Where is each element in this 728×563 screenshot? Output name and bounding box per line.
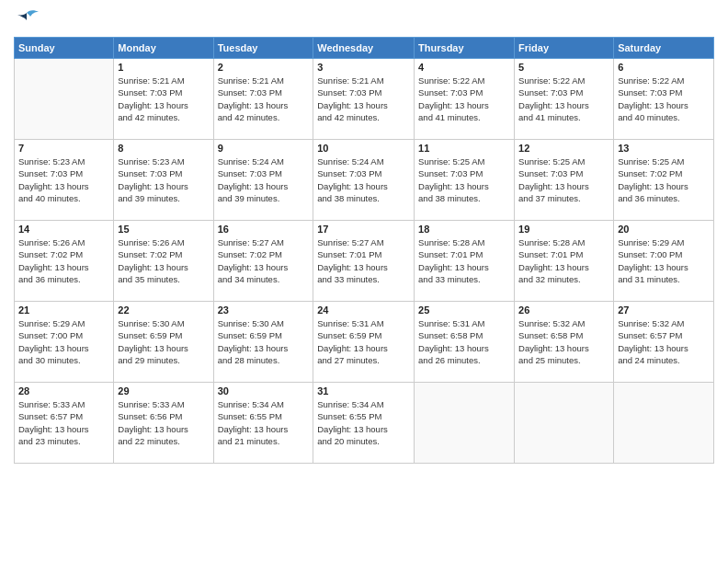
- calendar-cell: 11Sunrise: 5:25 AM Sunset: 7:03 PM Dayli…: [415, 140, 515, 221]
- calendar-week-row: 28Sunrise: 5:33 AM Sunset: 6:57 PM Dayli…: [15, 383, 714, 464]
- calendar-cell: 2Sunrise: 5:21 AM Sunset: 7:03 PM Daylig…: [213, 59, 313, 140]
- day-number: 11: [418, 143, 510, 154]
- day-info: Sunrise: 5:29 AM Sunset: 7:00 PM Dayligh…: [618, 236, 710, 285]
- calendar-cell: 23Sunrise: 5:30 AM Sunset: 6:59 PM Dayli…: [213, 302, 313, 383]
- calendar-cell: [614, 383, 714, 464]
- day-info: Sunrise: 5:33 AM Sunset: 6:57 PM Dayligh…: [18, 398, 109, 447]
- day-number: 3: [317, 62, 410, 73]
- calendar-cell: 3Sunrise: 5:21 AM Sunset: 7:03 PM Daylig…: [313, 59, 415, 140]
- weekday-header-sunday: Sunday: [15, 38, 114, 59]
- day-info: Sunrise: 5:31 AM Sunset: 6:58 PM Dayligh…: [418, 317, 510, 366]
- day-number: 26: [518, 304, 609, 316]
- day-number: 30: [218, 385, 310, 396]
- weekday-header-monday: Monday: [114, 38, 213, 59]
- calendar-cell: 7Sunrise: 5:23 AM Sunset: 7:03 PM Daylig…: [15, 140, 114, 221]
- day-info: Sunrise: 5:24 AM Sunset: 7:03 PM Dayligh…: [218, 155, 310, 204]
- day-number: 25: [418, 304, 510, 316]
- day-number: 23: [218, 304, 310, 316]
- day-number: 13: [618, 143, 710, 154]
- calendar-week-row: 1Sunrise: 5:21 AM Sunset: 7:03 PM Daylig…: [15, 59, 714, 140]
- day-number: 5: [518, 62, 609, 73]
- day-info: Sunrise: 5:28 AM Sunset: 7:01 PM Dayligh…: [418, 236, 510, 285]
- day-number: 6: [618, 62, 710, 73]
- day-number: 2: [218, 62, 310, 73]
- day-info: Sunrise: 5:25 AM Sunset: 7:02 PM Dayligh…: [618, 155, 710, 204]
- calendar-cell: 22Sunrise: 5:30 AM Sunset: 6:59 PM Dayli…: [114, 302, 213, 383]
- calendar-cell: 29Sunrise: 5:33 AM Sunset: 6:56 PM Dayli…: [114, 383, 213, 464]
- day-number: 27: [618, 304, 710, 316]
- day-number: 17: [317, 224, 410, 235]
- day-number: 8: [118, 143, 209, 154]
- calendar-cell: [515, 383, 614, 464]
- day-info: Sunrise: 5:32 AM Sunset: 6:57 PM Dayligh…: [618, 317, 710, 366]
- day-info: Sunrise: 5:26 AM Sunset: 7:02 PM Dayligh…: [118, 236, 209, 285]
- calendar-week-row: 7Sunrise: 5:23 AM Sunset: 7:03 PM Daylig…: [15, 140, 714, 221]
- day-info: Sunrise: 5:29 AM Sunset: 7:00 PM Dayligh…: [18, 317, 109, 366]
- day-info: Sunrise: 5:22 AM Sunset: 7:03 PM Dayligh…: [418, 75, 510, 123]
- calendar-week-row: 21Sunrise: 5:29 AM Sunset: 7:00 PM Dayli…: [15, 302, 714, 383]
- calendar-cell: 16Sunrise: 5:27 AM Sunset: 7:02 PM Dayli…: [213, 221, 313, 302]
- day-number: 20: [618, 224, 710, 235]
- calendar-cell: 4Sunrise: 5:22 AM Sunset: 7:03 PM Daylig…: [415, 59, 515, 140]
- day-number: 22: [118, 304, 209, 316]
- calendar-cell: 10Sunrise: 5:24 AM Sunset: 7:03 PM Dayli…: [313, 140, 415, 221]
- day-info: Sunrise: 5:33 AM Sunset: 6:56 PM Dayligh…: [118, 398, 209, 447]
- calendar-week-row: 14Sunrise: 5:26 AM Sunset: 7:02 PM Dayli…: [15, 221, 714, 302]
- day-number: 10: [317, 143, 410, 154]
- calendar-cell: 5Sunrise: 5:22 AM Sunset: 7:03 PM Daylig…: [515, 59, 614, 140]
- day-number: 7: [18, 143, 109, 154]
- logo-bird-icon: [14, 9, 40, 29]
- weekday-header-wednesday: Wednesday: [313, 38, 415, 59]
- calendar-cell: 9Sunrise: 5:24 AM Sunset: 7:03 PM Daylig…: [213, 140, 313, 221]
- day-number: 31: [317, 385, 410, 396]
- calendar-cell: [15, 59, 114, 140]
- day-info: Sunrise: 5:21 AM Sunset: 7:03 PM Dayligh…: [118, 75, 209, 123]
- calendar-cell: 19Sunrise: 5:28 AM Sunset: 7:01 PM Dayli…: [515, 221, 614, 302]
- calendar-cell: 20Sunrise: 5:29 AM Sunset: 7:00 PM Dayli…: [614, 221, 714, 302]
- calendar-cell: 24Sunrise: 5:31 AM Sunset: 6:59 PM Dayli…: [313, 302, 415, 383]
- day-number: 21: [18, 304, 109, 316]
- calendar-cell: 6Sunrise: 5:22 AM Sunset: 7:03 PM Daylig…: [614, 59, 714, 140]
- day-info: Sunrise: 5:28 AM Sunset: 7:01 PM Dayligh…: [518, 236, 609, 285]
- weekday-header-thursday: Thursday: [415, 38, 515, 59]
- day-number: 19: [518, 224, 609, 235]
- weekday-header-friday: Friday: [515, 38, 614, 59]
- day-info: Sunrise: 5:32 AM Sunset: 6:58 PM Dayligh…: [518, 317, 609, 366]
- day-number: 14: [18, 224, 109, 235]
- day-number: 16: [218, 224, 310, 235]
- day-info: Sunrise: 5:30 AM Sunset: 6:59 PM Dayligh…: [118, 317, 209, 366]
- day-number: 12: [518, 143, 609, 154]
- day-number: 18: [418, 224, 510, 235]
- page-header: [14, 9, 714, 29]
- calendar-cell: 27Sunrise: 5:32 AM Sunset: 6:57 PM Dayli…: [614, 302, 714, 383]
- day-info: Sunrise: 5:27 AM Sunset: 7:01 PM Dayligh…: [317, 236, 410, 285]
- day-number: 29: [118, 385, 209, 396]
- calendar-cell: 17Sunrise: 5:27 AM Sunset: 7:01 PM Dayli…: [313, 221, 415, 302]
- calendar-cell: 18Sunrise: 5:28 AM Sunset: 7:01 PM Dayli…: [415, 221, 515, 302]
- day-info: Sunrise: 5:26 AM Sunset: 7:02 PM Dayligh…: [18, 236, 109, 285]
- calendar-cell: 31Sunrise: 5:34 AM Sunset: 6:55 PM Dayli…: [313, 383, 415, 464]
- calendar-cell: 12Sunrise: 5:25 AM Sunset: 7:03 PM Dayli…: [515, 140, 614, 221]
- page-container: SundayMondayTuesdayWednesdayThursdayFrid…: [0, 0, 728, 563]
- weekday-header-tuesday: Tuesday: [213, 38, 313, 59]
- day-number: 24: [317, 304, 410, 316]
- logo: [14, 9, 43, 29]
- weekday-header-saturday: Saturday: [614, 38, 714, 59]
- day-info: Sunrise: 5:21 AM Sunset: 7:03 PM Dayligh…: [218, 75, 310, 123]
- day-info: Sunrise: 5:27 AM Sunset: 7:02 PM Dayligh…: [218, 236, 310, 285]
- calendar-cell: 14Sunrise: 5:26 AM Sunset: 7:02 PM Dayli…: [15, 221, 114, 302]
- day-number: 15: [118, 224, 209, 235]
- weekday-header-row: SundayMondayTuesdayWednesdayThursdayFrid…: [15, 38, 714, 59]
- day-number: 1: [118, 62, 209, 73]
- calendar-cell: 1Sunrise: 5:21 AM Sunset: 7:03 PM Daylig…: [114, 59, 213, 140]
- day-info: Sunrise: 5:22 AM Sunset: 7:03 PM Dayligh…: [518, 75, 609, 123]
- calendar-table: SundayMondayTuesdayWednesdayThursdayFrid…: [14, 37, 714, 464]
- day-info: Sunrise: 5:30 AM Sunset: 6:59 PM Dayligh…: [218, 317, 310, 366]
- calendar-cell: 26Sunrise: 5:32 AM Sunset: 6:58 PM Dayli…: [515, 302, 614, 383]
- calendar-cell: 21Sunrise: 5:29 AM Sunset: 7:00 PM Dayli…: [15, 302, 114, 383]
- calendar-cell: 28Sunrise: 5:33 AM Sunset: 6:57 PM Dayli…: [15, 383, 114, 464]
- day-number: 9: [218, 143, 310, 154]
- day-info: Sunrise: 5:31 AM Sunset: 6:59 PM Dayligh…: [317, 317, 410, 366]
- calendar-cell: 13Sunrise: 5:25 AM Sunset: 7:02 PM Dayli…: [614, 140, 714, 221]
- calendar-cell: 15Sunrise: 5:26 AM Sunset: 7:02 PM Dayli…: [114, 221, 213, 302]
